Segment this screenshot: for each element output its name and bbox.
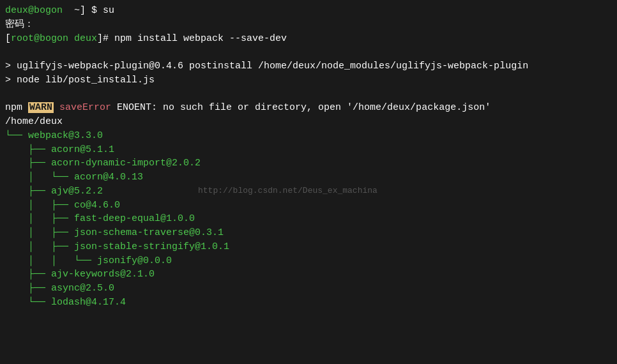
line-tree-json-stable: │ ├── json-stable-stringify@1.0.1 [5, 240, 612, 254]
line-root-prompt: [root@bogon deux]# npm install webpack -… [5, 32, 612, 46]
line-tree-lodash: └── lodash@4.17.4 [5, 296, 612, 310]
line-tree-json-schema: │ ├── json-schema-traverse@0.3.1 [5, 226, 612, 240]
line-tree-acorn4: │ └── acorn@4.0.13 [5, 171, 612, 185]
line-password: 密码： [5, 18, 612, 32]
line-tree-fast-deep: │ ├── fast-deep-equal@1.0.0 [5, 212, 612, 226]
line-tree-acorn5: ├── acorn@5.1.1 [5, 143, 612, 157]
line-path: /home/deux [5, 115, 612, 129]
line-postinstall: > uglifyjs-webpack-plugin@0.4.6 postinst… [5, 59, 612, 73]
line-tree-acorn-dynamic: ├── acorn-dynamic-import@2.0.2 [5, 156, 612, 171]
line-tree-webpack: └── webpack@3.3.0 [5, 129, 612, 143]
terminal: deux@bogon ~] $ su 密码： [root@bogon deux]… [0, 0, 617, 364]
line-blank1 [5, 45, 612, 59]
line-tree-ajv: ├── ajv@5.2.2 [5, 185, 612, 199]
line-tree-jsonify: │ │ └── jsonify@0.0.0 [5, 254, 612, 268]
line-tree-async: ├── async@2.5.0 [5, 282, 612, 296]
line-tree-co: │ ├── co@4.6.0 [5, 199, 612, 213]
line-su-prompt: deux@bogon ~] $ su [5, 4, 612, 18]
line-blank2 [5, 87, 612, 102]
line-node-cmd: > node lib/post_install.js [5, 73, 612, 87]
line-warn: npm WARN saveError ENOENT: no such file … [5, 101, 612, 115]
line-tree-ajv-keywords: ├── ajv-keywords@2.1.0 [5, 268, 612, 282]
warn-badge: WARN [28, 102, 54, 113]
